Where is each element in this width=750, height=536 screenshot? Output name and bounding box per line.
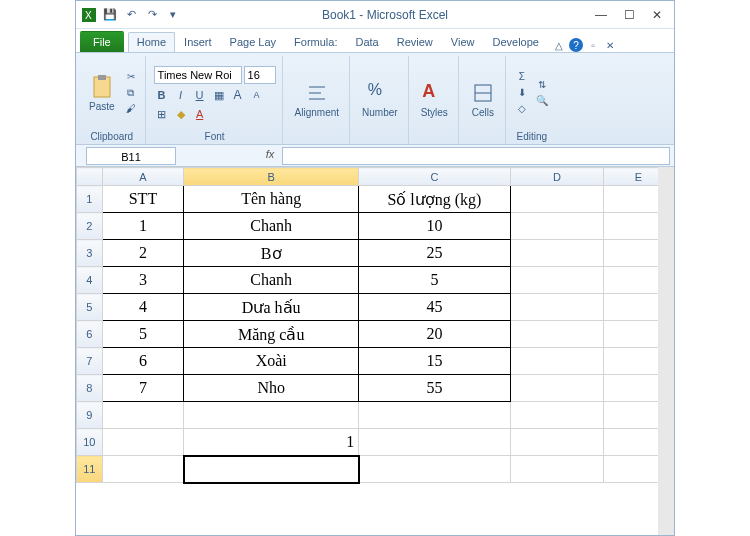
cell-B11[interactable] — [184, 456, 359, 483]
qat-more-icon[interactable]: ▾ — [164, 6, 182, 24]
cell-D1[interactable] — [510, 186, 603, 213]
cell-B5[interactable]: Dưa hấu — [184, 294, 359, 321]
cell-B9[interactable] — [184, 402, 359, 429]
styles-button[interactable]: AStyles — [417, 79, 452, 120]
cell-D2[interactable] — [510, 213, 603, 240]
sort-filter-button[interactable]: ⇅ — [534, 79, 550, 93]
cell-C3[interactable]: 25 — [359, 240, 511, 267]
cell-D8[interactable] — [510, 375, 603, 402]
cell-B4[interactable]: Chanh — [184, 267, 359, 294]
excel-icon[interactable]: X — [80, 6, 98, 24]
col-header-B[interactable]: B — [184, 168, 359, 186]
cell-B10[interactable]: 1 — [184, 429, 359, 456]
row-header-8[interactable]: 8 — [77, 375, 103, 402]
cell-C1[interactable]: Số lượng (kg) — [359, 186, 511, 213]
row-header-11[interactable]: 11 — [77, 456, 103, 483]
cell-C10[interactable] — [359, 429, 511, 456]
number-button[interactable]: %Number — [358, 79, 402, 120]
fill-color-button[interactable]: ◆ — [173, 106, 189, 122]
name-box[interactable]: B11 — [86, 147, 176, 165]
row-header-2[interactable]: 2 — [77, 213, 103, 240]
tab-formulas[interactable]: Formula: — [285, 32, 346, 52]
tab-pagelayout[interactable]: Page Lay — [221, 32, 285, 52]
row-header-6[interactable]: 6 — [77, 321, 103, 348]
vertical-scrollbar[interactable] — [658, 167, 674, 535]
cell-B7[interactable]: Xoài — [184, 348, 359, 375]
tab-home[interactable]: Home — [128, 32, 175, 52]
copy-icon[interactable]: ⧉ — [123, 87, 139, 101]
cell-B8[interactable]: Nho — [184, 375, 359, 402]
fx-icon[interactable]: fx — [262, 148, 278, 164]
border-button[interactable]: ▦ — [211, 87, 227, 103]
cell-C8[interactable]: 55 — [359, 375, 511, 402]
cell-D10[interactable] — [510, 429, 603, 456]
cell-A2[interactable]: 1 — [102, 213, 184, 240]
underline-button[interactable]: U — [192, 87, 208, 103]
cell-A10[interactable] — [102, 429, 184, 456]
cell-D3[interactable] — [510, 240, 603, 267]
cell-C11[interactable] — [359, 456, 511, 483]
cut-icon[interactable]: ✂ — [123, 71, 139, 85]
clear-button[interactable]: ◇ — [514, 103, 530, 117]
cell-A6[interactable]: 5 — [102, 321, 184, 348]
cell-C5[interactable]: 45 — [359, 294, 511, 321]
grow-font-button[interactable]: A — [230, 87, 246, 103]
row-header-10[interactable]: 10 — [77, 429, 103, 456]
tab-insert[interactable]: Insert — [175, 32, 221, 52]
font-name-select[interactable]: Times New Roi — [154, 66, 242, 84]
cell-D9[interactable] — [510, 402, 603, 429]
cell-B3[interactable]: Bơ — [184, 240, 359, 267]
col-header-D[interactable]: D — [510, 168, 603, 186]
close-workbook-icon[interactable]: ✕ — [603, 38, 617, 52]
cell-C4[interactable]: 5 — [359, 267, 511, 294]
cells-button[interactable]: Cells — [467, 79, 499, 120]
col-header-A[interactable]: A — [102, 168, 184, 186]
close-button[interactable]: ✕ — [644, 6, 670, 24]
paste-button[interactable]: Paste — [85, 73, 119, 114]
cell-B2[interactable]: Chanh — [184, 213, 359, 240]
cell-A4[interactable]: 3 — [102, 267, 184, 294]
redo-icon[interactable]: ↷ — [143, 6, 161, 24]
row-header-3[interactable]: 3 — [77, 240, 103, 267]
minimize-button[interactable]: — — [588, 6, 614, 24]
autosum-button[interactable]: Σ — [514, 71, 530, 85]
row-header-1[interactable]: 1 — [77, 186, 103, 213]
col-header-C[interactable]: C — [359, 168, 511, 186]
cell-B6[interactable]: Măng cầu — [184, 321, 359, 348]
undo-icon[interactable]: ↶ — [122, 6, 140, 24]
tab-file[interactable]: File — [80, 31, 124, 52]
row-header-9[interactable]: 9 — [77, 402, 103, 429]
cell-A3[interactable]: 2 — [102, 240, 184, 267]
cell-D4[interactable] — [510, 267, 603, 294]
row-header-5[interactable]: 5 — [77, 294, 103, 321]
restore-window-icon[interactable]: ▫ — [586, 38, 600, 52]
cell-A1[interactable]: STT — [102, 186, 184, 213]
italic-button[interactable]: I — [173, 87, 189, 103]
tab-developer[interactable]: Develope — [483, 32, 547, 52]
worksheet[interactable]: ABCDE1STTTên hàngSố lượng (kg)21Chanh103… — [76, 167, 674, 535]
tab-view[interactable]: View — [442, 32, 484, 52]
cell-A7[interactable]: 6 — [102, 348, 184, 375]
minimize-ribbon-icon[interactable]: △ — [552, 38, 566, 52]
cell-C6[interactable]: 20 — [359, 321, 511, 348]
shrink-font-button[interactable]: A — [249, 87, 265, 103]
alignment-button[interactable]: Alignment — [291, 79, 343, 120]
row-header-7[interactable]: 7 — [77, 348, 103, 375]
find-button[interactable]: 🔍 — [534, 95, 550, 109]
cell-B1[interactable]: Tên hàng — [184, 186, 359, 213]
cell-D5[interactable] — [510, 294, 603, 321]
cell-C9[interactable] — [359, 402, 511, 429]
cell-C7[interactable]: 15 — [359, 348, 511, 375]
font-color-button[interactable]: A — [192, 106, 208, 122]
row-header-4[interactable]: 4 — [77, 267, 103, 294]
cell-A9[interactable] — [102, 402, 184, 429]
fill-button[interactable]: ⬇ — [514, 87, 530, 101]
cell-D11[interactable] — [510, 456, 603, 483]
cell-A8[interactable]: 7 — [102, 375, 184, 402]
cell-D7[interactable] — [510, 348, 603, 375]
save-icon[interactable]: 💾 — [101, 6, 119, 24]
format-painter-icon[interactable]: 🖌 — [123, 103, 139, 117]
tab-data[interactable]: Data — [346, 32, 387, 52]
bold-button[interactable]: B — [154, 87, 170, 103]
font-size-select[interactable]: 16 — [244, 66, 276, 84]
